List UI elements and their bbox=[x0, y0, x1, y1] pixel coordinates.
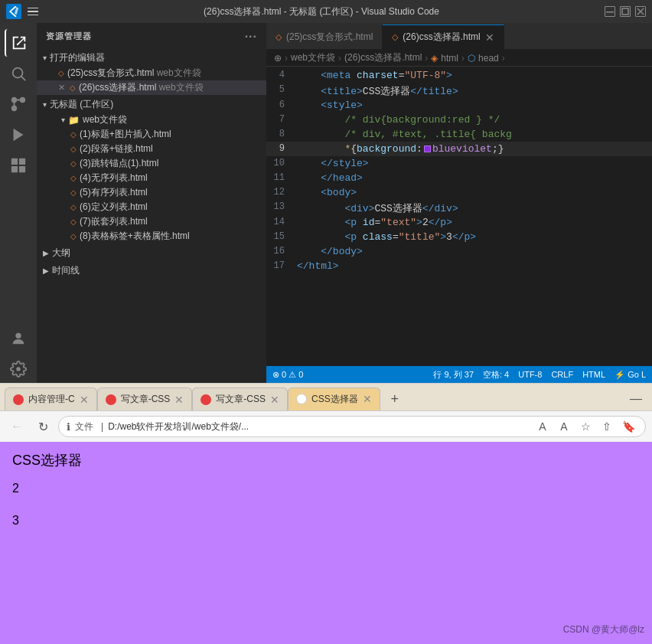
close-button[interactable] bbox=[635, 6, 646, 17]
code-line-16: 16 </body> bbox=[266, 244, 652, 259]
tree-file-name-7: (7)嵌套列表.html bbox=[80, 215, 148, 228]
url-bookmark-btn[interactable]: 🔖 bbox=[619, 417, 637, 436]
webpage-p1: 2 bbox=[12, 482, 640, 495]
code-line-6: 6 <style> bbox=[266, 98, 652, 113]
line-number: 10 bbox=[266, 156, 297, 168]
url-share-btn[interactable]: ⇧ bbox=[598, 417, 616, 436]
tree-file-8[interactable]: ◇ (8)表格标签+表格属性.html bbox=[37, 229, 266, 244]
tree-file-7[interactable]: ◇ (7)嵌套列表.html bbox=[37, 214, 266, 229]
status-row-col[interactable]: 行 9, 列 37 bbox=[433, 369, 474, 381]
sidebar-more-icon[interactable]: ··· bbox=[245, 30, 257, 44]
open-editors-label: 打开的编辑器 bbox=[50, 51, 105, 64]
activity-extensions[interactable] bbox=[5, 152, 32, 179]
status-spaces[interactable]: 空格: 4 bbox=[483, 369, 509, 381]
tree-file-5[interactable]: ◇ (5)有序列表.html bbox=[37, 185, 266, 200]
browser-tab-0[interactable]: 内容管理-C ✕ bbox=[5, 387, 97, 410]
status-errors[interactable]: ⊗ 0 ⚠ 0 bbox=[272, 370, 303, 380]
browser-url-actions: A A ☆ ⇧ 🔖 bbox=[533, 417, 637, 436]
browser-tab-close-3[interactable]: ✕ bbox=[363, 393, 372, 405]
open-editor-workspace-1: web文件袋 bbox=[157, 67, 201, 78]
tree-file-2[interactable]: ◇ (2)段落+链接.html bbox=[37, 142, 266, 156]
activity-settings[interactable] bbox=[5, 355, 32, 383]
editor-tab-2[interactable]: ◇ (26)css选择器.html ✕ bbox=[383, 25, 504, 49]
browser-reload-btn[interactable]: ↻ bbox=[32, 416, 54, 437]
timeline-section: ▶ 时间线 bbox=[37, 263, 266, 279]
file-close-icon-2[interactable]: ✕ bbox=[58, 83, 65, 93]
code-line-17: 17</html> bbox=[266, 259, 652, 273]
breadcrumb-part-4[interactable]: head bbox=[478, 53, 499, 64]
breadcrumb-part-1[interactable]: web文件袋 bbox=[291, 51, 335, 64]
open-editor-item-1[interactable]: ◇ (25)css复合形式.html web文件袋 bbox=[37, 66, 266, 80]
browser-tab-3[interactable]: CSS选择器 ✕ bbox=[288, 387, 380, 410]
browser-addressbar: ← ↻ ℹ 文件 | D:/web软件开发培训/web文件袋/... A A ☆… bbox=[0, 411, 652, 442]
timeline-label: 时间线 bbox=[52, 264, 80, 277]
status-go-live[interactable]: ⚡ Go L bbox=[615, 370, 646, 380]
web-folder[interactable]: ▾ 📁 web文件袋 bbox=[37, 113, 266, 127]
browser-tab-icon-3 bbox=[296, 394, 307, 404]
open-editor-item-2[interactable]: ✕ ◇ (26)css选择器.html web文件袋 bbox=[37, 80, 266, 95]
minimize-button[interactable] bbox=[605, 6, 615, 17]
breadcrumb-item-0[interactable]: ⊕ bbox=[274, 53, 282, 64]
line-content: <body> bbox=[297, 185, 652, 198]
editor-area: ◇ (25)css复合形式.html ◇ (26)css选择器.html ✕ ⊕… bbox=[266, 23, 652, 383]
browser-url-bar[interactable]: ℹ 文件 | D:/web软件开发培训/web文件袋/... A A ☆ ⇧ 🔖 bbox=[58, 416, 646, 437]
browser-tab-2[interactable]: 写文章-CSS ✕ bbox=[192, 387, 288, 410]
browser-minimize-icon[interactable]: — bbox=[624, 387, 647, 410]
browser-tab-add[interactable]: + bbox=[383, 387, 406, 410]
browser-back-btn[interactable]: ← bbox=[6, 416, 28, 437]
hamburger-menu[interactable] bbox=[28, 8, 38, 16]
web-folder-label: web文件袋 bbox=[83, 113, 127, 126]
status-encoding[interactable]: UTF-8 bbox=[518, 370, 542, 379]
status-language[interactable]: HTML bbox=[582, 370, 605, 379]
tree-file-name-5: (5)有序列表.html bbox=[80, 186, 148, 199]
timeline-header[interactable]: ▶ 时间线 bbox=[37, 263, 266, 279]
titlebar-title: (26)css选择器.html - 无标题 (工作区) - Visual Stu… bbox=[44, 5, 598, 18]
maximize-button[interactable] bbox=[620, 6, 631, 17]
outline-header[interactable]: ▶ 大纲 bbox=[37, 245, 266, 261]
browser-tab-close-0[interactable]: ✕ bbox=[80, 394, 89, 406]
tree-file-4[interactable]: ◇ (4)无序列表.html bbox=[37, 171, 266, 185]
breadcrumb-part-3[interactable]: html bbox=[441, 53, 458, 64]
browser-tab-close-1[interactable]: ✕ bbox=[174, 394, 184, 406]
activity-explorer[interactable] bbox=[5, 29, 32, 57]
sidebar: 资源管理器 ··· ▾ 打开的编辑器 ◇ (25)css复合形式.html we… bbox=[37, 23, 266, 383]
titlebar-controls bbox=[605, 6, 646, 17]
editor-tab-1[interactable]: ◇ (25)css复合形式.html bbox=[266, 25, 383, 49]
tab-label-2: (26)css选择器.html bbox=[403, 31, 480, 44]
workspace-label: 无标题 (工作区) bbox=[50, 98, 113, 111]
url-find-btn[interactable]: A bbox=[533, 417, 552, 436]
line-content: <div>CSS选择器</div> bbox=[297, 200, 652, 215]
open-editors-header[interactable]: ▾ 打开的编辑器 bbox=[37, 50, 266, 66]
status-line-ending[interactable]: CRLF bbox=[551, 370, 573, 379]
tree-file-icon-3: ◇ bbox=[70, 159, 77, 168]
activity-run[interactable] bbox=[5, 121, 32, 149]
error-icon: ⊗ bbox=[272, 370, 279, 380]
url-prefix: 文件 bbox=[75, 420, 93, 433]
code-editor[interactable]: 4 <meta charset="UTF-8">5 <title>CSS选择器<… bbox=[266, 67, 652, 366]
sidebar-content: ▾ 打开的编辑器 ◇ (25)css复合形式.html web文件袋 ✕ ◇ bbox=[37, 50, 266, 383]
activity-search[interactable] bbox=[5, 60, 32, 87]
activity-git[interactable] bbox=[5, 90, 32, 118]
browser-tab-label-3: CSS选择器 bbox=[311, 393, 358, 406]
statusbar-left: ⊗ 0 ⚠ 0 bbox=[272, 370, 303, 380]
breadcrumb-part-2[interactable]: (26)css选择器.html bbox=[344, 51, 422, 64]
web-folder-chevron: ▾ bbox=[61, 116, 65, 124]
tree-file-3[interactable]: ◇ (3)跳转锚点(1).html bbox=[37, 156, 266, 171]
browser-tab-1[interactable]: 写文章-CSS ✕ bbox=[97, 387, 193, 410]
line-number: 16 bbox=[266, 244, 297, 257]
line-number: 12 bbox=[266, 185, 297, 198]
tree-file-1[interactable]: ◇ (1)标题+图片插入.html bbox=[37, 127, 266, 142]
browser-tab-close-2[interactable]: ✕ bbox=[270, 394, 279, 406]
breadcrumb: ⊕ › web文件袋 › (26)css选择器.html › ◈ html › … bbox=[266, 50, 652, 67]
tab-close-icon-2[interactable]: ✕ bbox=[485, 31, 494, 44]
code-line-4: 4 <meta charset="UTF-8"> bbox=[266, 68, 652, 83]
activity-account[interactable] bbox=[5, 325, 32, 352]
vscode-window: (26)css选择器.html - 无标题 (工作区) - Visual Stu… bbox=[0, 0, 652, 383]
url-star-btn[interactable]: ☆ bbox=[576, 417, 595, 436]
error-count: 0 bbox=[282, 370, 286, 379]
svg-point-7 bbox=[12, 106, 17, 111]
url-read-btn[interactable]: A bbox=[555, 417, 573, 436]
workspace-header[interactable]: ▾ 无标题 (工作区) bbox=[37, 96, 266, 113]
webpage-heading: CSS选择器 bbox=[12, 451, 640, 469]
tree-file-6[interactable]: ◇ (6)定义列表.html bbox=[37, 200, 266, 214]
